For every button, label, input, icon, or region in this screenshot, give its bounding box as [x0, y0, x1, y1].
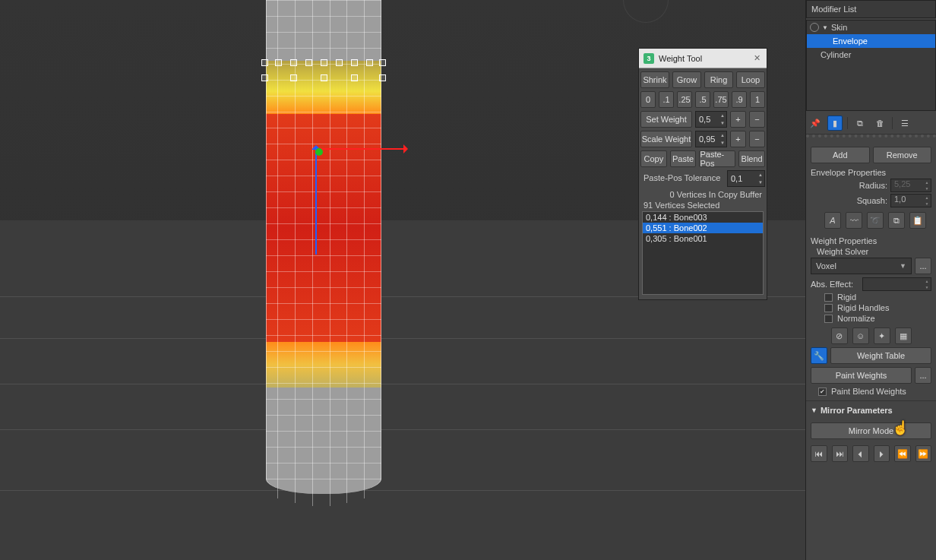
modifier-list-dropdown[interactable]: Modifier List: [806, 0, 936, 18]
shrink-button[interactable]: Shrink: [640, 71, 669, 88]
copy-env-icon[interactable]: ⧉: [888, 212, 905, 229]
vertex-handle[interactable]: [290, 59, 297, 66]
expand-icon[interactable]: ▼: [811, 407, 817, 414]
weight-tool-titlebar[interactable]: 3 Weight Tool ✕: [639, 49, 767, 68]
chevron-up-icon[interactable]: ▲: [924, 278, 930, 284]
preset-1f-button[interactable]: 1: [750, 91, 765, 108]
mirror-verts-l-icon[interactable]: ⏪: [894, 445, 911, 462]
modifier-stack[interactable]: ▼ Skin Envelope Cylinder: [806, 20, 936, 111]
blend-button[interactable]: Blend: [738, 150, 765, 167]
show-end-result-icon[interactable]: ▮: [827, 115, 843, 131]
mirror-mode-button[interactable]: Mirror Mode: [811, 422, 931, 439]
preset-25-button[interactable]: .25: [677, 91, 692, 108]
preset-9-button[interactable]: .9: [732, 91, 747, 108]
scale-weight-spinner[interactable]: ▲▼: [695, 131, 727, 147]
scale-plus-button[interactable]: +: [730, 131, 746, 147]
expand-icon[interactable]: ▼: [822, 24, 828, 31]
chevron-down-icon[interactable]: ▼: [719, 119, 726, 127]
set-weight-button[interactable]: Set Weight: [640, 111, 692, 128]
vertex-handle[interactable]: [261, 74, 268, 81]
bone-list-row[interactable]: 0,144 : Bone003: [643, 212, 763, 223]
close-icon[interactable]: ✕: [751, 53, 762, 64]
mirror-paste-blue-green-icon[interactable]: ⏭: [832, 445, 849, 462]
paste-button[interactable]: Paste: [670, 150, 697, 167]
paint-weights-button[interactable]: Paint Weights: [811, 367, 912, 384]
chevron-down-icon[interactable]: ▼: [924, 284, 930, 290]
vertex-handle[interactable]: [351, 74, 358, 81]
paint-blend-checkbox[interactable]: ✔ Paint Blend Weights: [818, 387, 931, 396]
stack-item-skin[interactable]: ▼ Skin: [807, 21, 935, 34]
weight-table-button[interactable]: Weight Table: [830, 347, 931, 364]
vertex-handle[interactable]: [379, 74, 386, 81]
mirror-verts-r-icon[interactable]: ⏩: [915, 445, 932, 462]
vertex-handle[interactable]: [379, 59, 386, 66]
copy-button[interactable]: Copy: [640, 150, 667, 167]
add-bone-button[interactable]: Add: [811, 147, 870, 163]
squash-spinner[interactable]: 1,0 ▲▼: [890, 194, 931, 207]
rigid-checkbox[interactable]: Rigid: [824, 293, 931, 302]
paste-pos-button[interactable]: Paste-Pos: [699, 150, 735, 167]
abs-effect-spinner[interactable]: ▲▼: [862, 277, 931, 291]
bone-list-row[interactable]: 0,551 : Bone002: [643, 223, 763, 233]
preset-0-button[interactable]: 0: [640, 91, 656, 108]
select-excl-icon[interactable]: ✦: [874, 327, 890, 344]
chevron-up-icon[interactable]: ▲: [924, 179, 930, 185]
visibility-icon[interactable]: [810, 23, 819, 32]
wrench-icon[interactable]: 🔧: [811, 347, 827, 364]
include-verts-icon[interactable]: ☺: [852, 327, 869, 344]
weight-minus-button[interactable]: −: [749, 111, 765, 128]
paint-options-button[interactable]: ...: [915, 367, 931, 384]
vertex-handle[interactable]: [305, 59, 312, 66]
paste-tol-spinner[interactable]: ▲▼: [727, 170, 765, 187]
mirror-paste-green-blue-icon[interactable]: ⏮: [811, 445, 827, 462]
vertex-handle[interactable]: [321, 59, 327, 66]
paste-env-icon[interactable]: 📋: [909, 212, 926, 229]
abs-rel-icon[interactable]: A: [824, 212, 841, 229]
chevron-up-icon[interactable]: ▲: [719, 131, 726, 139]
loop-button[interactable]: Loop: [736, 71, 765, 88]
chevron-down-icon[interactable]: ▼: [924, 201, 930, 207]
chevron-down-icon[interactable]: ▼: [924, 185, 930, 191]
preset-75-button[interactable]: .75: [713, 91, 729, 108]
chevron-up-icon[interactable]: ▲: [924, 195, 930, 201]
vertex-handle[interactable]: [321, 74, 327, 81]
crosssection-icon[interactable]: ➰: [867, 212, 884, 229]
normalize-checkbox[interactable]: Normalize: [824, 314, 931, 323]
chevron-down-icon[interactable]: ▼: [757, 179, 764, 186]
chevron-up-icon[interactable]: ▲: [719, 112, 726, 119]
scale-minus-button[interactable]: −: [749, 131, 765, 147]
remove-bone-button[interactable]: Remove: [873, 147, 932, 163]
mirror-bones-r-icon[interactable]: ⏵: [874, 445, 890, 462]
weight-plus-button[interactable]: +: [730, 111, 746, 128]
set-weight-spinner[interactable]: ▲▼: [695, 111, 727, 128]
envelope-falloff-icon[interactable]: 〰: [846, 212, 862, 229]
stack-item-envelope[interactable]: Envelope: [807, 34, 935, 48]
bake-icon[interactable]: ▦: [895, 327, 912, 344]
scale-weight-button[interactable]: Scale Weight: [640, 131, 692, 147]
viewcube[interactable]: [623, 0, 669, 23]
vertex-handle[interactable]: [275, 59, 282, 66]
grow-button[interactable]: Grow: [672, 71, 701, 88]
solver-options-button[interactable]: ...: [915, 258, 931, 274]
preset-5-button[interactable]: .5: [695, 91, 710, 108]
radius-spinner[interactable]: 5,25 ▲▼: [890, 179, 931, 192]
ring-button[interactable]: Ring: [704, 71, 733, 88]
mirror-bones-l-icon[interactable]: ⏴: [852, 445, 869, 462]
preset-1-button[interactable]: .1: [659, 91, 674, 108]
vertex-handle[interactable]: [336, 59, 343, 66]
chevron-down-icon[interactable]: ▼: [719, 139, 726, 147]
make-unique-icon[interactable]: ⧉: [852, 115, 868, 131]
rigid-handles-checkbox[interactable]: Rigid Handles: [824, 303, 931, 312]
weight-tool-window[interactable]: 3 Weight Tool ✕ Shrink Grow Ring Loop 0 …: [638, 48, 767, 300]
stack-item-cylinder[interactable]: Cylinder: [807, 48, 935, 62]
weight-solver-select[interactable]: Voxel ▼: [811, 258, 912, 274]
pin-icon[interactable]: 📌: [808, 115, 823, 131]
vertex-handle[interactable]: [351, 59, 358, 66]
skinned-cylinder[interactable]: [266, 0, 381, 509]
vertex-handle[interactable]: [290, 74, 297, 81]
delete-icon[interactable]: 🗑: [872, 115, 887, 131]
bone-weights-list[interactable]: 0,144 : Bone003 0,551 : Bone002 0,305 : …: [642, 211, 764, 295]
exclude-verts-icon[interactable]: ⊘: [831, 327, 848, 344]
bone-list-row[interactable]: 0,305 : Bone001: [643, 233, 763, 244]
chevron-up-icon[interactable]: ▲: [757, 171, 764, 179]
